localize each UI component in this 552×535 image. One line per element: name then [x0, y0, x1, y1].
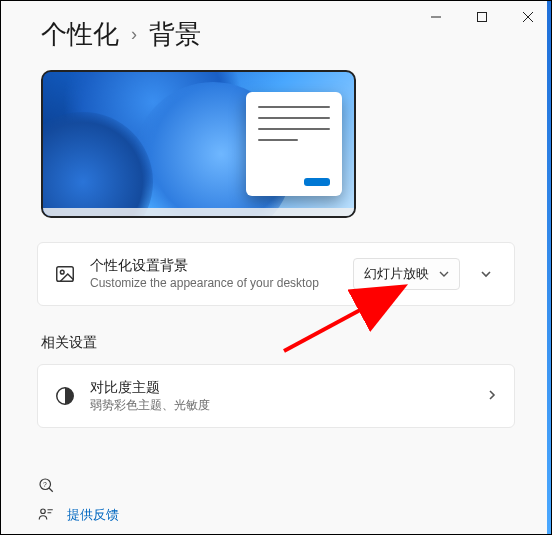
preview-container [1, 60, 551, 230]
contrast-subtitle: 弱势彩色主题、光敏度 [90, 397, 472, 413]
help-row[interactable]: ? [37, 476, 119, 494]
breadcrumb-parent[interactable]: 个性化 [41, 17, 119, 52]
chevron-right-icon [486, 387, 498, 405]
contrast-title: 对比度主题 [90, 379, 472, 397]
background-type-dropdown[interactable]: 幻灯片放映 [353, 258, 460, 290]
svg-point-5 [60, 270, 64, 274]
breadcrumb-current: 背景 [149, 17, 201, 52]
svg-rect-1 [478, 13, 487, 22]
personalize-title: 个性化设置背景 [90, 257, 339, 275]
personalize-subtitle: Customize the appearance of your desktop [90, 275, 339, 291]
svg-text:?: ? [43, 481, 47, 488]
related-settings-heading: 相关设置 [41, 334, 511, 352]
window-controls [413, 1, 551, 33]
right-edge-decoration [547, 1, 551, 534]
maximize-button[interactable] [459, 1, 505, 33]
desktop-preview [41, 70, 356, 218]
preview-taskbar [43, 208, 354, 216]
svg-line-8 [49, 488, 53, 492]
minimize-button[interactable] [413, 1, 459, 33]
svg-rect-4 [57, 267, 74, 282]
expand-section-button[interactable] [474, 262, 498, 286]
preview-window-mock [246, 92, 342, 196]
help-icon: ? [37, 476, 55, 494]
chevron-right-icon: › [131, 24, 137, 45]
contrast-icon [54, 385, 76, 407]
feedback-link[interactable]: 提供反馈 [67, 506, 119, 524]
feedback-row[interactable]: 提供反馈 [37, 506, 119, 524]
footer-links: ? 提供反馈 [37, 476, 119, 524]
contrast-themes-card[interactable]: 对比度主题 弱势彩色主题、光敏度 [37, 364, 515, 428]
personalize-background-card: 个性化设置背景 Customize the appearance of your… [37, 242, 515, 306]
dropdown-value: 幻灯片放映 [364, 265, 429, 283]
image-icon [54, 263, 76, 285]
chevron-down-icon [439, 269, 449, 279]
svg-point-10 [41, 509, 46, 514]
close-button[interactable] [505, 1, 551, 33]
feedback-icon [37, 506, 55, 524]
